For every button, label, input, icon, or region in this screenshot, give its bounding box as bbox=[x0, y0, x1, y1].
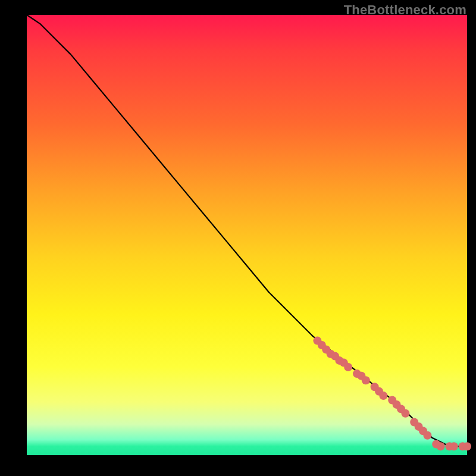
marker-group bbox=[313, 337, 471, 451]
data-marker bbox=[450, 442, 458, 450]
chart-frame: TheBottleneck.com bbox=[0, 0, 476, 476]
data-marker bbox=[379, 392, 387, 400]
data-marker bbox=[344, 363, 352, 371]
data-marker bbox=[401, 409, 409, 418]
data-marker bbox=[463, 442, 471, 450]
data-marker bbox=[437, 442, 445, 450]
data-marker bbox=[362, 376, 370, 384]
chart-overlay bbox=[27, 15, 467, 455]
data-marker bbox=[423, 431, 431, 440]
bottleneck-curve bbox=[27, 15, 467, 446]
